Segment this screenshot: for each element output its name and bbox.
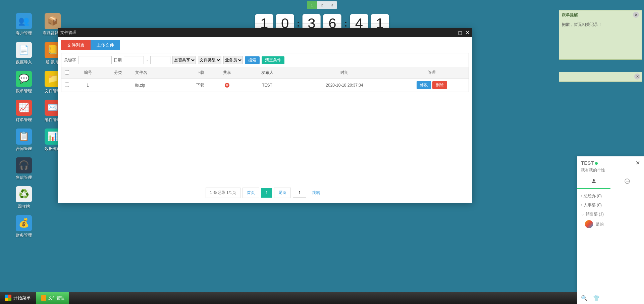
app-icon: 📈 <box>16 100 32 116</box>
page-input[interactable] <box>293 188 306 198</box>
clock-sep: : <box>297 18 300 29</box>
app-icon: 💬 <box>16 71 32 87</box>
app-icon: 👥 <box>16 13 32 29</box>
app-icon: 📄 <box>16 42 32 58</box>
app-icon: 📦 <box>45 13 61 29</box>
close-icon[interactable]: ✕ <box>633 12 639 18</box>
page-info: 1 条记录 1/1页 <box>206 188 240 198</box>
keyword-input[interactable] <box>78 56 112 64</box>
shirt-icon[interactable]: 👕 <box>593 295 600 301</box>
svg-point-2 <box>627 181 628 182</box>
search-icon[interactable]: 🔍 <box>581 295 588 301</box>
chat-panel: TEST ✕ 我有我的个性 总经办 (0)人事部 (0)销售部 (1)是的 🔍 … <box>577 156 644 304</box>
col-manage: 管理 <box>395 67 469 79</box>
share-no-icon: ✕ <box>225 83 229 88</box>
page-1[interactable]: 1 <box>261 188 272 198</box>
app-icon: 🎧 <box>16 157 32 173</box>
cell-time: 2020-10-18 20:37:34 <box>294 79 395 92</box>
col-filename: 文件名 <box>133 67 187 79</box>
cell-publisher: TEST <box>240 79 294 92</box>
user-select[interactable]: 业务员 <box>223 56 243 64</box>
chat-group[interactable]: 总经办 (0) <box>581 192 640 201</box>
close-icon[interactable]: ✕ <box>466 30 470 35</box>
col-download: 下载 <box>187 67 214 79</box>
desktop-icon-跟单管理[interactable]: 💬跟单管理 <box>9 68 38 97</box>
col-share: 共享 <box>214 67 240 79</box>
col-id: 编号 <box>73 67 103 79</box>
reminder-title: 跟单提醒 <box>562 12 578 18</box>
clock-sep: : <box>344 18 347 29</box>
minimize-icon[interactable]: — <box>450 30 454 35</box>
download-link[interactable]: 下载 <box>196 83 204 87</box>
page-first[interactable]: 首页 <box>243 188 259 198</box>
task-label: 文件管理 <box>48 295 64 301</box>
chat-tab-messages[interactable] <box>610 176 644 189</box>
chat-group[interactable]: 人事部 (0) <box>581 201 640 210</box>
date-to-input[interactable] <box>150 56 170 64</box>
window-titlebar[interactable]: 文件管理 — ▢ ✕ <box>58 28 472 37</box>
desktop-icon-客户管理[interactable]: 👥客户管理 <box>9 10 38 39</box>
app-icon: 💰 <box>16 215 32 231</box>
tilde: ~ <box>146 58 148 62</box>
tab-upload[interactable]: 上传文件 <box>91 40 120 50</box>
col-publisher: 发布人 <box>240 67 294 79</box>
windows-logo-icon <box>5 295 11 301</box>
chat-tab-contacts[interactable] <box>577 176 610 189</box>
chat-username: TEST <box>581 160 594 166</box>
close-icon[interactable]: ✕ <box>636 160 640 166</box>
maximize-icon[interactable]: ▢ <box>458 30 462 35</box>
date-label: 日期 <box>114 57 122 63</box>
window-title: 文件管理 <box>60 30 76 36</box>
desktop-icon-售后管理[interactable]: 🎧售后管理 <box>9 154 38 183</box>
chat-subtitle: 我有我的个性 <box>577 167 644 176</box>
search-button[interactable]: 搜索 <box>245 56 260 64</box>
page-jump[interactable]: 跳转 <box>308 188 324 198</box>
chat-user[interactable]: 是的 <box>581 219 640 230</box>
file-table: 编号 分类 文件名 下载 共享 发布人 时间 管理 1 lls.zip 下载 ✕… <box>61 67 469 92</box>
chat-user-name: 是的 <box>596 221 604 227</box>
taskbar: 开始菜单 文件管理 <box>0 292 577 304</box>
folder-icon <box>41 295 46 301</box>
pager-3[interactable]: 3 <box>327 1 337 9</box>
icon-label: 售后管理 <box>16 175 32 181</box>
app-icon: 📋 <box>16 129 32 145</box>
close-icon[interactable]: ✕ <box>634 73 640 80</box>
icon-label: 合同管理 <box>16 146 32 152</box>
icon-label: 数据导入 <box>16 59 32 65</box>
chat-group[interactable]: 销售部 (1) <box>581 210 640 219</box>
reminder-body: 抱歉，暂无相关记录！ <box>559 19 642 59</box>
status-dot <box>595 162 598 165</box>
date-from-input[interactable] <box>124 56 144 64</box>
pager-1[interactable]: 1 <box>307 1 317 9</box>
reminder-panel: 跟单提醒 ✕ 抱歉，暂无相关记录！ <box>559 10 642 60</box>
desktop-icon-数据导入[interactable]: 📄数据导入 <box>9 39 38 68</box>
icon-label: 财务管理 <box>16 233 32 238</box>
select-all-checkbox[interactable] <box>65 70 69 74</box>
icon-label: 客户管理 <box>16 31 32 36</box>
cell-category <box>103 79 133 92</box>
share-select[interactable]: 是否共享 <box>172 56 196 64</box>
start-button[interactable]: 开始菜单 <box>0 292 36 304</box>
page-last[interactable]: 尾页 <box>274 188 291 198</box>
desktop-icon-财务管理[interactable]: 💰财务管理 <box>9 212 38 241</box>
desktop-icon-合同管理[interactable]: 📋合同管理 <box>9 125 38 154</box>
delete-button[interactable]: 删除 <box>432 81 447 89</box>
pagination: 1 条记录 1/1页 首页 1 尾页 跳转 <box>206 188 325 198</box>
taskbar-item-filemanager[interactable]: 文件管理 <box>36 292 69 304</box>
clear-button[interactable]: 清空条件 <box>262 56 284 64</box>
edit-button[interactable]: 修改 <box>417 81 431 89</box>
tab-file-list[interactable]: 文件列表 <box>61 40 91 50</box>
type-select[interactable]: 文件类型 <box>198 56 221 64</box>
svg-point-1 <box>626 181 627 182</box>
desktop-icon-回收站[interactable]: ♻️回收站 <box>9 183 38 212</box>
pager-2[interactable]: 2 <box>317 1 327 9</box>
icon-label: 订单管理 <box>16 117 32 123</box>
keyword-label: 关键字 <box>64 57 76 63</box>
file-manager-window: 文件管理 — ▢ ✕ 文件列表 上传文件 关键字 日期 ~ 是否共享 文件类型 … <box>58 28 472 203</box>
col-time: 时间 <box>294 67 395 79</box>
row-checkbox[interactable] <box>65 83 69 87</box>
svg-point-3 <box>628 181 629 182</box>
icon-label: 回收站 <box>18 204 30 209</box>
desktop-icon-订单管理[interactable]: 📈订单管理 <box>9 97 38 125</box>
start-label: 开始菜单 <box>13 295 31 301</box>
